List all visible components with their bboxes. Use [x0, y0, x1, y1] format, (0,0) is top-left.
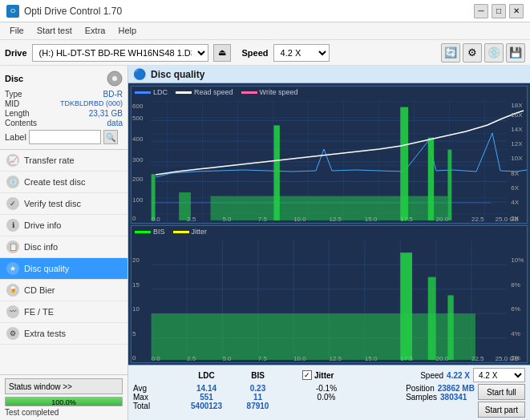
sidebar-item-cd-bier[interactable]: 🍺 CD Bier: [0, 280, 127, 301]
stats-max-jitter: 0.0%: [302, 393, 350, 402]
drivebar: Drive (H:) HL-DT-ST BD-RE WH16NS48 1.D3 …: [0, 40, 530, 66]
drive-select[interactable]: (H:) HL-DT-ST BD-RE WH16NS48 1.D3: [32, 44, 208, 62]
svg-text:25.0 GB: 25.0 GB: [496, 355, 519, 362]
sidebar-item-cd-bier-label: CD Bier: [24, 285, 55, 295]
disc-label-button[interactable]: 🔍: [103, 130, 118, 144]
disc-contents-value: data: [107, 119, 123, 127]
start-full-button[interactable]: Start full: [478, 384, 525, 400]
eject-button[interactable]: ⏏: [213, 44, 231, 62]
sidebar-item-create-test-disc[interactable]: 💿 Create test disc: [0, 172, 127, 193]
sidebar-item-verify-test-disc[interactable]: ✓ Verify test disc: [0, 193, 127, 215]
svg-text:10.0: 10.0: [293, 355, 306, 362]
menu-file[interactable]: File: [3, 24, 30, 38]
disc-contents-row: Contents data: [5, 119, 123, 127]
speed-value: 4.22 X: [447, 371, 470, 380]
sidebar-item-disc-quality[interactable]: ★ Disc quality: [0, 258, 127, 280]
fe-te-icon: 〰: [6, 305, 19, 318]
svg-rect-16: [447, 150, 451, 220]
stats-labels-col: Avg Max Total: [133, 384, 177, 410]
progress-label: 100.0%: [51, 398, 76, 407]
jitter-header: Jitter: [314, 371, 334, 380]
menu-help[interactable]: Help: [111, 24, 143, 38]
svg-text:5: 5: [132, 330, 136, 337]
maximize-button[interactable]: □: [492, 4, 506, 18]
svg-text:18X: 18X: [511, 102, 523, 109]
svg-text:6X: 6X: [511, 184, 519, 192]
menu-start-test[interactable]: Start test: [30, 24, 79, 38]
lower-chart-svg: 0 5 10 15 20 2% 4% 6% 8% 10% 0.0 2.5 5.0…: [131, 240, 527, 362]
stats-avg-jitter: -0.1%: [302, 384, 350, 393]
status-window-button[interactable]: Status window >>: [5, 378, 123, 394]
disc-type-label: Type: [5, 90, 22, 99]
svg-text:5.0: 5.0: [222, 355, 232, 362]
speed-dropdown[interactable]: 4.2 X: [473, 368, 525, 382]
close-button[interactable]: ✕: [509, 4, 524, 18]
chart-title: Disc quality: [151, 69, 204, 80]
svg-text:25.0 GB: 25.0 GB: [496, 216, 519, 223]
refresh-button[interactable]: 🔄: [441, 43, 460, 63]
svg-text:7.5: 7.5: [258, 216, 268, 223]
speed-select[interactable]: 4.2 X: [273, 44, 330, 62]
menubar: File Start test Extra Help: [0, 22, 530, 40]
svg-text:5.0: 5.0: [222, 216, 232, 223]
disc-quality-icon: ★: [6, 262, 19, 275]
svg-text:10%: 10%: [511, 256, 524, 264]
disc-label-input[interactable]: [29, 130, 101, 144]
sidebar-item-drive-info-label: Drive info: [24, 220, 61, 230]
svg-rect-58: [152, 313, 475, 360]
stats-total-bis: 87910: [236, 402, 280, 410]
position-label: Position: [406, 384, 435, 393]
svg-text:16X: 16X: [511, 111, 523, 119]
sidebar-item-extra-tests[interactable]: ⚙ Extra tests: [0, 323, 127, 345]
jitter-checkbox[interactable]: ✓: [302, 370, 312, 380]
upper-chart-svg: 0 100 200 300 400 500 600 2X 4X 6X 8X 10…: [131, 101, 527, 223]
svg-text:400: 400: [132, 135, 144, 143]
svg-text:10: 10: [132, 305, 140, 313]
svg-text:4%: 4%: [511, 330, 520, 337]
svg-text:4X: 4X: [511, 199, 519, 206]
save-button[interactable]: 💾: [506, 43, 525, 63]
disc-length-label: Length: [5, 109, 30, 118]
chart-header: 🔵 Disc quality: [128, 66, 530, 83]
progress-bar: 100.0%: [5, 397, 123, 406]
samples-label: Samples: [406, 393, 437, 402]
svg-text:6%: 6%: [511, 305, 520, 313]
menu-extra[interactable]: Extra: [79, 24, 112, 38]
start-part-button[interactable]: Start part: [478, 402, 525, 418]
legend-bis: BIS: [135, 228, 165, 236]
position-samples-col: Position 23862 MB Samples 380341: [406, 384, 475, 402]
sidebar-item-disc-quality-label: Disc quality: [24, 264, 69, 273]
sidebar-item-drive-info[interactable]: ℹ Drive info: [0, 215, 127, 236]
stats-total-label: Total: [133, 402, 177, 410]
stats-ldc-col: 14.14 551 5400123: [180, 384, 233, 410]
disc-icon: [107, 71, 123, 87]
samples-row: Samples 380341: [406, 393, 475, 402]
disc-button[interactable]: 💿: [484, 43, 504, 63]
svg-text:20: 20: [132, 256, 140, 264]
sidebar-item-fe-te-label: FE / TE: [24, 307, 54, 317]
svg-text:17.5: 17.5: [400, 216, 413, 223]
svg-text:12X: 12X: [511, 140, 523, 147]
svg-text:8X: 8X: [511, 170, 519, 177]
stats-avg-label: Avg: [133, 384, 177, 393]
legend-jitter: Jitter: [173, 228, 208, 236]
svg-text:10X: 10X: [511, 155, 523, 162]
svg-text:300: 300: [132, 156, 144, 164]
svg-text:200: 200: [132, 176, 144, 183]
svg-text:20.0: 20.0: [436, 355, 449, 362]
svg-text:14X: 14X: [511, 126, 523, 133]
position-value: 23862 MB: [438, 384, 475, 393]
minimize-button[interactable]: ─: [474, 4, 488, 18]
legend-write-speed: Write speed: [241, 88, 298, 96]
sidebar-item-disc-info-label: Disc info: [24, 242, 58, 252]
svg-rect-59: [400, 252, 412, 360]
speed-header: Speed: [420, 371, 443, 380]
sidebar-item-fe-te[interactable]: 〰 FE / TE: [0, 301, 127, 323]
sidebar-item-disc-info[interactable]: 📋 Disc info: [0, 236, 127, 258]
disc-mid-label: MID: [5, 99, 19, 108]
svg-rect-10: [152, 174, 156, 220]
sidebar-item-create-test-disc-label: Create test disc: [24, 177, 85, 187]
sidebar-item-transfer-rate[interactable]: 📈 Transfer rate: [0, 150, 127, 172]
disc-label-row: Label 🔍: [5, 130, 123, 144]
settings-button[interactable]: ⚙: [463, 43, 482, 63]
